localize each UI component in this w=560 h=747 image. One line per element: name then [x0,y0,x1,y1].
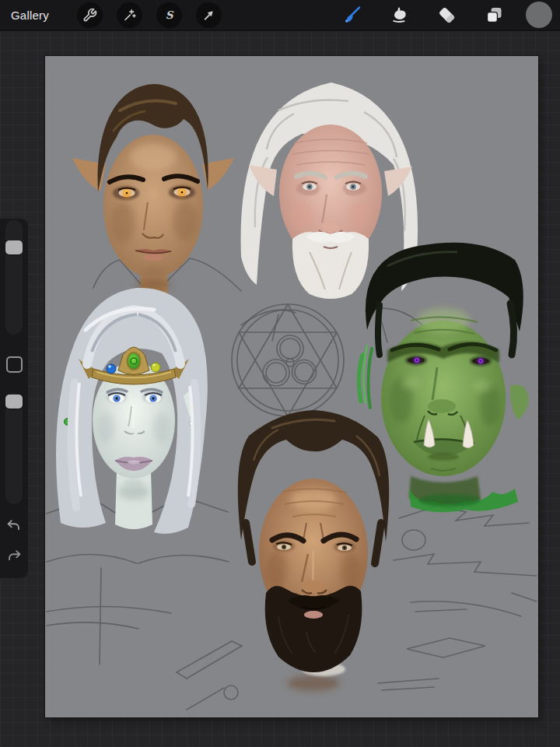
opacity-handle[interactable] [5,395,23,409]
painting-canvas[interactable] [45,56,538,717]
smudge-finger-icon [389,5,410,26]
undo-button[interactable] [5,517,23,535]
hexagram-sigil-sketch [232,304,344,416]
color-swatch-button[interactable] [526,2,552,28]
portrait-elf-man [72,84,234,307]
svg-text:S: S [166,8,174,20]
modify-button[interactable] [6,356,23,373]
undo-icon [5,517,23,535]
actions-button[interactable] [77,2,103,28]
canvas-artwork[interactable] [45,56,538,717]
wrench-icon [82,8,97,23]
paint-tool-button[interactable] [340,3,363,26]
smudge-tool-button[interactable] [387,3,411,26]
transform-button[interactable] [196,2,222,28]
toolbar-left-group: Gallery S [11,2,222,28]
redo-icon [5,548,23,565]
erase-tool-button[interactable] [435,3,458,26]
adjustments-button[interactable] [117,2,142,28]
portrait-elf-queen [56,288,208,534]
redo-button[interactable] [5,548,23,565]
layers-icon [484,5,505,26]
brush-size-slider[interactable] [5,220,23,335]
transform-arrow-icon [201,8,216,23]
paint-brush-icon [341,5,362,26]
toolbar-right-group [316,2,552,28]
brush-sidebar [0,219,28,578]
procreate-app: { "topbar": { "gallery_label": "Gallery"… [0,0,560,747]
magic-wand-icon [122,8,137,23]
gallery-button[interactable]: Gallery [11,9,49,22]
layers-button[interactable] [482,3,506,26]
selection-button[interactable]: S [156,2,182,28]
eraser-icon [436,5,457,26]
brush-size-handle[interactable] [5,240,23,254]
selection-s-icon: S [162,8,177,23]
opacity-slider[interactable] [5,393,23,504]
top-toolbar: Gallery S [0,0,560,31]
portrait-bearded-man [238,410,389,691]
